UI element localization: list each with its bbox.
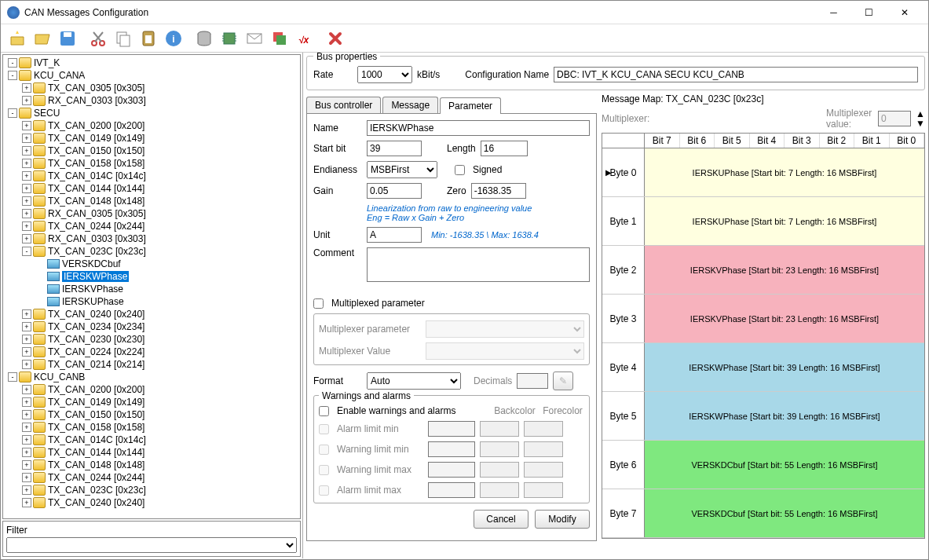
byte-row[interactable]: Byte 3IERSKVPhase [Start bit: 23 Length:… <box>602 295 924 343</box>
mail-icon[interactable] <box>243 27 266 50</box>
expand-icon[interactable]: + <box>22 498 31 507</box>
comment-input[interactable] <box>367 247 590 282</box>
format-select[interactable]: Auto <box>367 372 461 390</box>
multiplexed-checkbox[interactable] <box>313 298 324 309</box>
tree-item[interactable]: +TX_CAN_0148 [0x148] <box>5 195 298 207</box>
tree-item[interactable]: +TX_CAN_0144 [0x144] <box>5 446 298 459</box>
expand-icon[interactable]: + <box>22 322 31 331</box>
tree-item[interactable]: +TX_CAN_0244 [0x244] <box>5 220 298 232</box>
tree-item[interactable]: +TX_CAN_0150 [0x150] <box>5 408 298 421</box>
tree-item[interactable]: +RX_CAN_0303 [0x303] <box>5 232 298 245</box>
tree-item[interactable]: +TX_CAN_023C [0x23c] <box>5 484 298 496</box>
tree-item[interactable]: IERSKUPhase <box>5 295 298 308</box>
tree-item[interactable]: VERSKDCbuf <box>5 258 298 270</box>
expand-icon[interactable]: + <box>22 184 31 193</box>
expand-icon[interactable]: + <box>22 96 31 105</box>
tree-item[interactable]: +TX_CAN_0230 [0x230] <box>5 333 298 346</box>
expand-icon[interactable]: + <box>22 423 31 432</box>
expand-icon[interactable]: + <box>22 209 31 218</box>
expand-icon[interactable]: + <box>22 171 31 181</box>
signed-checkbox[interactable] <box>455 165 465 175</box>
expand-icon[interactable]: + <box>22 159 31 168</box>
database-icon[interactable] <box>192 27 216 50</box>
tree-item[interactable]: IERSKWPhase <box>5 270 298 283</box>
zero-input[interactable] <box>471 183 526 199</box>
expand-icon[interactable]: - <box>8 108 17 118</box>
message-tree[interactable]: -IVT_K-KCU_CANA+TX_CAN_0305 [0x305]+RX_C… <box>2 54 301 519</box>
length-input[interactable] <box>481 141 528 156</box>
tree-item[interactable]: +RX_CAN_0305 [0x305] <box>5 207 298 220</box>
byte-row[interactable]: Byte 7VERSKDCbuf [Start bit: 55 Length: … <box>602 489 924 538</box>
tab-bus-controller[interactable]: Bus controller <box>306 97 381 113</box>
expand-icon[interactable]: + <box>22 435 31 445</box>
expand-icon[interactable]: + <box>22 385 31 394</box>
expand-icon[interactable]: + <box>22 309 31 319</box>
copy-icon[interactable] <box>112 27 135 50</box>
tree-item[interactable]: +TX_CAN_0149 [0x149] <box>5 396 298 408</box>
tab-message[interactable]: Message <box>382 97 438 113</box>
byte-row[interactable]: Byte 6VERSKDCbuf [Start bit: 55 Length: … <box>602 441 924 489</box>
tree-item[interactable]: +TX_CAN_0224 [0x224] <box>5 346 298 358</box>
tree-item[interactable]: +TX_CAN_0305 [0x305] <box>5 82 298 94</box>
info-icon[interactable]: i <box>162 27 185 50</box>
tree-item[interactable]: +RX_CAN_0303 [0x303] <box>5 94 298 107</box>
byte-row[interactable]: Byte 4IERSKWPhase [Start bit: 39 Length:… <box>602 343 924 392</box>
byte-row[interactable]: Byte 5IERSKWPhase [Start bit: 39 Length:… <box>602 392 924 441</box>
tree-item[interactable]: -KCU_CANA <box>5 69 298 82</box>
startbit-input[interactable] <box>367 141 422 156</box>
expand-icon[interactable]: + <box>22 448 31 457</box>
delete-icon[interactable] <box>324 27 347 50</box>
expand-icon[interactable]: - <box>8 71 17 80</box>
tree-item[interactable]: -SECU <box>5 107 298 119</box>
filter-select[interactable] <box>6 537 297 553</box>
chip-icon[interactable] <box>218 27 241 50</box>
modify-button[interactable]: Modify <box>535 510 590 529</box>
tree-item[interactable]: +TX_CAN_0158 [0x158] <box>5 421 298 434</box>
layers-icon[interactable] <box>268 27 291 50</box>
minimize-button[interactable]: ─ <box>816 2 851 24</box>
endian-select[interactable]: MSBFirst <box>367 161 437 178</box>
tree-item[interactable]: +TX_CAN_0200 [0x200] <box>5 119 298 132</box>
expand-icon[interactable]: + <box>22 121 31 130</box>
tree-item[interactable]: +TX_CAN_0240 [0x240] <box>5 496 298 509</box>
expand-icon[interactable]: + <box>22 473 31 482</box>
tree-item[interactable]: +TX_CAN_0148 [0x148] <box>5 459 298 471</box>
maximize-button[interactable]: ☐ <box>851 2 887 24</box>
cfgname-input[interactable] <box>554 67 918 82</box>
expand-icon[interactable]: + <box>22 347 31 357</box>
byte-row[interactable]: Byte 1IERSKUPhase [Start bit: 7 Length: … <box>602 197 924 246</box>
save-icon[interactable] <box>56 27 79 50</box>
expand-icon[interactable]: + <box>22 221 31 231</box>
tree-item[interactable]: -TX_CAN_023C [0x23c] <box>5 245 298 258</box>
close-button[interactable]: ✕ <box>887 2 922 24</box>
tree-item[interactable]: +TX_CAN_0244 [0x244] <box>5 471 298 484</box>
expand-icon[interactable]: + <box>22 410 31 419</box>
tree-item[interactable]: +TX_CAN_0200 [0x200] <box>5 383 298 396</box>
open-icon[interactable] <box>31 27 54 50</box>
cut-icon[interactable] <box>86 27 110 50</box>
expand-icon[interactable]: - <box>8 372 17 382</box>
tree-item[interactable]: +TX_CAN_014C [0x14c] <box>5 434 298 446</box>
rate-select[interactable]: 1000 <box>357 66 412 83</box>
cancel-button[interactable]: Cancel <box>474 510 529 529</box>
tree-item[interactable]: +TX_CAN_0158 [0x158] <box>5 157 298 170</box>
tree-item[interactable]: IERSKVPhase <box>5 283 298 295</box>
tree-item[interactable]: +TX_CAN_0149 [0x149] <box>5 132 298 145</box>
expand-icon[interactable]: + <box>22 460 31 470</box>
tree-item[interactable]: +TX_CAN_0150 [0x150] <box>5 145 298 157</box>
expand-icon[interactable]: + <box>22 83 31 93</box>
expand-icon[interactable]: - <box>22 247 31 256</box>
byte-row[interactable]: ▶Byte 0IERSKUPhase [Start bit: 7 Length:… <box>602 148 924 197</box>
tree-item[interactable]: +TX_CAN_0144 [0x144] <box>5 182 298 195</box>
tree-item[interactable]: -KCU_CANB <box>5 371 298 383</box>
expand-icon[interactable]: + <box>22 196 31 206</box>
tree-item[interactable]: +TX_CAN_0234 [0x234] <box>5 320 298 333</box>
tree-item[interactable]: +TX_CAN_014C [0x14c] <box>5 170 298 182</box>
paste-icon[interactable] <box>137 27 160 50</box>
formula-icon[interactable]: √x <box>293 27 316 50</box>
gain-input[interactable] <box>367 183 422 199</box>
tree-item[interactable]: +TX_CAN_0240 [0x240] <box>5 308 298 320</box>
tree-item[interactable]: +TX_CAN_0214 [0x214] <box>5 358 298 371</box>
expand-icon[interactable]: + <box>22 360 31 369</box>
tree-item[interactable]: -IVT_K <box>5 57 298 69</box>
